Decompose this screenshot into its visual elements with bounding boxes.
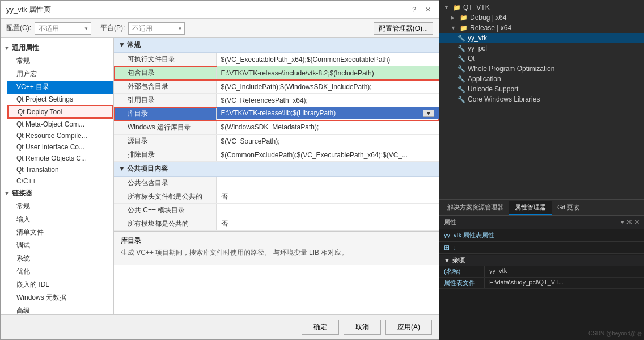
- sidebar-item-qt-deploy-label: Qt Deploy Tool: [18, 108, 62, 116]
- key-source-path: 源目录: [114, 135, 216, 148]
- sidebar: ▼ 通用属性 常规 用户宏 VC++ 目录 Qt Project Setting…: [1, 38, 114, 314]
- dialog-buttons: 确定 取消 应用(A): [1, 314, 439, 339]
- tree-core-windows[interactable]: 🔧 Core Windows Libraries: [439, 94, 644, 104]
- sidebar-item-qt-ui[interactable]: Qt User Interface Co...: [7, 141, 113, 153]
- sidebar-item-qt-resource[interactable]: Qt Resource Compile...: [7, 130, 113, 141]
- val-winrt-lib[interactable]: $(WindowsSDK_MetadataPath);: [216, 121, 439, 135]
- sidebar-item-linker-opt[interactable]: 优化: [7, 265, 113, 278]
- sidebar-linker-items: 常规 输入 清单文件 调试 系统 优化 嵌入的 IDL: [1, 200, 113, 314]
- core-windows-icon: 🔧: [457, 96, 465, 103]
- sidebar-item-usermacro-label: 用户宏: [16, 69, 37, 79]
- tree-qt[interactable]: 🔧 Qt: [439, 53, 644, 64]
- tab-solution-explorer[interactable]: 解决方案资源管理器: [442, 201, 509, 215]
- sidebar-item-linker-system[interactable]: 系统: [7, 252, 113, 265]
- row-exclude-path[interactable]: 排除目录 $(CommonExcludePath);$(VC_Executabl…: [114, 148, 439, 162]
- question-icon[interactable]: ?: [410, 6, 418, 14]
- config-manager-button[interactable]: 配置管理器(O)...: [374, 22, 433, 35]
- platform-select-wrap[interactable]: 不适用: [128, 22, 185, 35]
- sidebar-section-linker[interactable]: ▼ 链接器: [1, 187, 113, 200]
- sidebar-item-qt-ui-label: Qt User Interface Co...: [16, 143, 84, 151]
- close-icon[interactable]: ✕: [423, 6, 433, 14]
- sidebar-item-qt-deploy[interactable]: Qt Deploy Tool: [7, 105, 113, 119]
- sidebar-item-linker-general-label: 常规: [16, 202, 30, 211]
- tree-whole-prog[interactable]: 🔧 Whole Program Optimization: [439, 64, 644, 74]
- val-pub-include[interactable]: [216, 177, 439, 190]
- row-source-path[interactable]: 源目录 $(VC_SourcePath);: [114, 135, 439, 148]
- ok-button[interactable]: 确定: [302, 320, 339, 335]
- debug-folder-icon: 📁: [460, 14, 468, 22]
- sidebar-item-qt-project[interactable]: Qt Project Settings: [7, 94, 113, 105]
- platform-select[interactable]: 不适用: [128, 22, 185, 35]
- tree-yy-pcl[interactable]: 🔧 yy_pcl: [439, 43, 644, 53]
- row-pub-modules[interactable]: 所有模块都是公共的 否: [114, 217, 439, 231]
- sidebar-item-general[interactable]: 常规: [7, 54, 113, 68]
- section-misc-label: 杂项: [452, 256, 465, 265]
- val-source-path[interactable]: $(VC_SourcePath);: [216, 135, 439, 148]
- sidebar-item-linker-manifest[interactable]: 清单文件: [7, 226, 113, 239]
- row-pub-cpp[interactable]: 公共 C++ 模块目录: [114, 204, 439, 217]
- sidebar-item-usermacro[interactable]: 用户宏: [7, 68, 113, 81]
- prop-row-file: 属性表文件 E:\data\study_pcl\QT_VT...: [439, 278, 644, 289]
- val-pub-modules[interactable]: 否: [216, 217, 439, 231]
- sidebar-item-qt-meta[interactable]: Qt Meta-Object Com...: [7, 119, 113, 130]
- row-include-path[interactable]: 包含目录 E:\VTK\VTK-release\include\vtk-8.2;…: [114, 66, 439, 80]
- tree-debug[interactable]: ▶ 📁 Debug | x64: [439, 12, 644, 23]
- section-general-label: ▼ 常规: [114, 38, 439, 53]
- val-exclude-path[interactable]: $(CommonExcludePath);$(VC_ExecutablePath…: [216, 148, 439, 162]
- tab-git[interactable]: Git 更改: [552, 201, 585, 215]
- key-include-path: 包含目录: [114, 66, 216, 80]
- prop-sort-icon[interactable]: ↓: [453, 244, 456, 251]
- tree-root[interactable]: ▼ 📁 QT_VTK: [439, 2, 644, 12]
- row-ext-include[interactable]: 外部包含目录 $(VC_IncludePath);$(WindowsSDK_In…: [114, 80, 439, 94]
- sidebar-item-linker-advanced[interactable]: 高级: [7, 304, 113, 314]
- row-pub-include[interactable]: 公共包含目录: [114, 177, 439, 190]
- apply-button[interactable]: 应用(A): [385, 320, 432, 335]
- sidebar-item-cpp[interactable]: C/C++: [7, 175, 113, 187]
- config-select[interactable]: 不适用: [35, 22, 91, 35]
- sidebar-item-linker-general[interactable]: 常规: [7, 200, 113, 213]
- section-expand-icon: ▼: [444, 257, 450, 264]
- tab-properties-manager[interactable]: 属性管理器: [509, 201, 552, 215]
- sidebar-item-qt-translation[interactable]: Qt Translation: [7, 164, 113, 175]
- sidebar-item-qt-remote[interactable]: Qt Remote Objects C...: [7, 153, 113, 164]
- config-select-wrap[interactable]: 不适用: [35, 22, 91, 35]
- row-exec-path[interactable]: 可执行文件目录 $(VC_ExecutablePath_x64);$(Commo…: [114, 53, 439, 66]
- val-exec-path[interactable]: $(VC_ExecutablePath_x64);$(CommonExecuta…: [216, 53, 439, 66]
- tree-unicode[interactable]: 🔧 Unicode Support: [439, 84, 644, 94]
- tree-yy-vtk[interactable]: 🔧 yy_vtk: [439, 33, 644, 43]
- tree-application-label: Application: [468, 75, 501, 83]
- sidebar-item-linker-input-label: 输入: [16, 215, 30, 224]
- description-title: 库目录: [121, 236, 432, 246]
- row-pub-headers[interactable]: 所有标头文件都是公共的 否: [114, 190, 439, 204]
- sidebar-item-linker-debug-label: 调试: [16, 241, 30, 250]
- tree-release[interactable]: ▼ 📁 Release | x64: [439, 23, 644, 33]
- panel-close-icon[interactable]: ✕: [634, 219, 639, 226]
- cancel-button[interactable]: 取消: [344, 320, 381, 335]
- sidebar-item-vcpp[interactable]: VC++ 目录: [7, 81, 113, 94]
- sidebar-item-linker-debug[interactable]: 调试: [7, 239, 113, 252]
- val-lib-path[interactable]: E:\VTK\VTK-release\lib;$(LibraryPath) ▼: [217, 107, 439, 119]
- row-ref-path[interactable]: 引用目录 $(VC_ReferencesPath_x64);: [114, 94, 439, 107]
- row-winrt-lib[interactable]: Windows 运行库目录 $(WindowsSDK_MetadataPath)…: [114, 121, 439, 135]
- sidebar-item-linker-winmeta[interactable]: Windows 元数据: [7, 291, 113, 304]
- sidebar-section-common[interactable]: ▼ 通用属性: [1, 41, 113, 54]
- row-lib-path[interactable]: 库目录 E:\VTK\VTK-release\lib;$(LibraryPath…: [114, 107, 439, 121]
- prop-grid-icon[interactable]: ⊞: [444, 244, 450, 251]
- sidebar-item-qt-project-label: Qt Project Settings: [16, 95, 73, 103]
- val-ref-path[interactable]: $(VC_ReferencesPath_x64);: [216, 94, 439, 107]
- key-pub-modules: 所有模块都是公共的: [114, 217, 216, 231]
- key-winrt-lib: Windows 运行库目录: [114, 121, 216, 135]
- sidebar-item-linker-idl[interactable]: 嵌入的 IDL: [7, 278, 113, 291]
- val-include-path[interactable]: E:\VTK\VTK-release\include\vtk-8.2;$(Inc…: [216, 66, 439, 80]
- val-pub-headers[interactable]: 否: [216, 190, 439, 204]
- sidebar-item-qt-meta-label: Qt Meta-Object Com...: [16, 120, 84, 128]
- root-expand: ▼: [444, 5, 451, 10]
- sidebar-item-linker-input[interactable]: 输入: [7, 213, 113, 226]
- val-ext-include[interactable]: $(VC_IncludePath);$(WindowsSDK_IncludePa…: [216, 80, 439, 94]
- config-label: 配置(C):: [6, 23, 31, 33]
- prop-row-name: (名称) yy_vtk: [439, 266, 644, 278]
- val-pub-cpp[interactable]: [216, 204, 439, 217]
- panel-pin-icon[interactable]: ▾: [621, 219, 624, 226]
- tree-application[interactable]: 🔧 Application: [439, 74, 644, 84]
- panel-config-icon[interactable]: Ж: [626, 219, 632, 226]
